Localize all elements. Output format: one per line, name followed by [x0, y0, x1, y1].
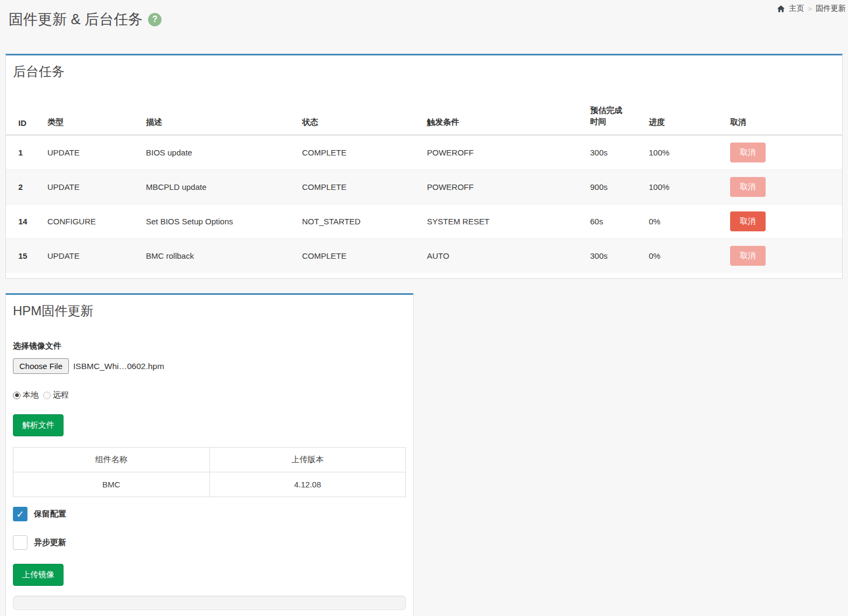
tasks-table-header-row: ID 类型 描述 状态 触发条件 预估完成时间 进度 取消: [6, 103, 842, 135]
upload-progress-bar: [13, 596, 406, 610]
col-description: 描述: [146, 103, 302, 135]
cancel-button[interactable]: 取消: [730, 177, 766, 197]
component-table: 组件名称 上传版本 BMC 4.12.08: [13, 447, 406, 497]
radio-remote[interactable]: 远程: [43, 390, 69, 400]
radio-remote-icon[interactable]: [43, 392, 51, 399]
cell-cancel: 取消: [730, 238, 842, 273]
cell-est-time: 900s: [590, 169, 649, 204]
col-state: 状态: [302, 103, 427, 135]
cell-trigger: POWEROFF: [427, 135, 590, 169]
cell-state: COMPLETE: [302, 169, 427, 204]
cell-est-time: 300s: [590, 238, 649, 273]
cell-id: 1: [6, 135, 47, 169]
page-title-text: 固件更新 & 后台任务: [9, 10, 143, 29]
cell-state: NOT_STARTED: [302, 204, 427, 238]
cell-est-time: 60s: [590, 204, 649, 238]
cell-progress: 100%: [649, 169, 730, 204]
hpm-panel-title: HPM固件更新: [13, 295, 406, 320]
upload-image-button[interactable]: 上传镜像: [13, 564, 64, 586]
cell-cancel: 取消: [730, 135, 842, 169]
cell-trigger: SYSTEM RESET: [427, 204, 590, 238]
breadcrumb-home[interactable]: 主页: [789, 4, 804, 13]
cell-est-time: 300s: [590, 135, 649, 169]
background-tasks-panel: 后台任务 ID 类型 描述 状态 触发条件 预估完成时间 进度 取消 1 UPD…: [5, 54, 843, 279]
radio-local-icon[interactable]: [13, 392, 20, 399]
async-update-row: 异步更新: [13, 535, 406, 550]
preserve-config-label: 保留配置: [34, 509, 66, 519]
col-est-time: 预估完成时间: [590, 103, 649, 135]
preserve-config-checkbox[interactable]: [13, 507, 27, 521]
component-table-row: BMC 4.12.08: [13, 472, 406, 497]
cell-type: UPDATE: [47, 169, 146, 204]
col-cancel: 取消: [730, 103, 842, 135]
cell-description: BMC rollback: [146, 238, 302, 273]
help-icon[interactable]: ?: [148, 13, 162, 26]
hpm-firmware-panel: HPM固件更新 选择镜像文件 Choose File ISBMC_Whi…060…: [5, 293, 414, 616]
cell-component-name: BMC: [13, 472, 210, 497]
cancel-button[interactable]: 取消: [730, 143, 766, 162]
tasks-table: ID 类型 描述 状态 触发条件 预估完成时间 进度 取消 1 UPDATE B…: [6, 103, 842, 273]
cell-description: BIOS update: [146, 135, 302, 169]
cell-upload-version: 4.12.08: [209, 472, 406, 497]
breadcrumb-separator: >: [808, 5, 812, 13]
select-image-label: 选择镜像文件: [13, 341, 406, 351]
col-type: 类型: [47, 103, 146, 135]
cell-description: Set BIOS Setup Options: [146, 204, 302, 238]
selected-file-name: ISBMC_Whi…0602.hpm: [73, 362, 164, 371]
table-row: 1 UPDATE BIOS update COMPLETE POWEROFF 3…: [6, 135, 842, 169]
cell-state: COMPLETE: [302, 135, 427, 169]
cell-type: UPDATE: [47, 135, 146, 169]
radio-local-label: 本地: [23, 390, 39, 400]
radio-local[interactable]: 本地: [13, 390, 39, 400]
source-radio-group: 本地 远程: [13, 390, 406, 400]
async-update-label: 异步更新: [34, 537, 66, 548]
component-table-header-row: 组件名称 上传版本: [13, 448, 406, 472]
async-update-checkbox[interactable]: [13, 535, 27, 550]
cell-cancel: 取消: [730, 204, 842, 238]
choose-file-button[interactable]: Choose File: [13, 358, 69, 374]
cell-trigger: POWEROFF: [427, 169, 590, 204]
col-id: ID: [6, 103, 47, 135]
cell-id: 2: [6, 169, 47, 204]
cell-progress: 0%: [649, 238, 730, 273]
cell-description: MBCPLD update: [146, 169, 302, 204]
cancel-button[interactable]: 取消: [730, 246, 766, 266]
tasks-panel-title: 后台任务: [6, 55, 842, 80]
table-row: 14 CONFIGURE Set BIOS Setup Options NOT_…: [6, 204, 842, 238]
col-component-name: 组件名称: [13, 448, 210, 472]
cell-trigger: AUTO: [427, 238, 590, 273]
home-icon[interactable]: [777, 5, 785, 13]
col-progress: 进度: [649, 103, 730, 135]
cell-progress: 0%: [649, 204, 730, 238]
preserve-config-row: 保留配置: [13, 507, 406, 521]
parse-file-button[interactable]: 解析文件: [13, 414, 64, 436]
table-row: 15 UPDATE BMC rollback COMPLETE AUTO 300…: [6, 238, 842, 273]
breadcrumb-current: 固件更新: [816, 4, 846, 13]
cell-cancel: 取消: [730, 169, 842, 204]
col-trigger: 触发条件: [427, 103, 590, 135]
col-upload-version: 上传版本: [209, 448, 406, 472]
cell-type: UPDATE: [47, 238, 146, 273]
cancel-button[interactable]: 取消: [730, 211, 766, 231]
radio-remote-label: 远程: [53, 390, 69, 400]
file-input-row: Choose File ISBMC_Whi…0602.hpm: [13, 358, 406, 374]
cell-type: CONFIGURE: [47, 204, 146, 238]
cell-id: 15: [6, 238, 47, 273]
table-row: 2 UPDATE MBCPLD update COMPLETE POWEROFF…: [6, 169, 842, 204]
topbar: 固件更新 & 后台任务 ? 主页 > 固件更新: [0, 0, 848, 54]
cell-state: COMPLETE: [302, 238, 427, 273]
breadcrumb: 主页 > 固件更新: [777, 4, 846, 13]
cell-progress: 100%: [649, 135, 730, 169]
cell-id: 14: [6, 204, 47, 238]
page-title: 固件更新 & 后台任务 ?: [9, 0, 839, 29]
